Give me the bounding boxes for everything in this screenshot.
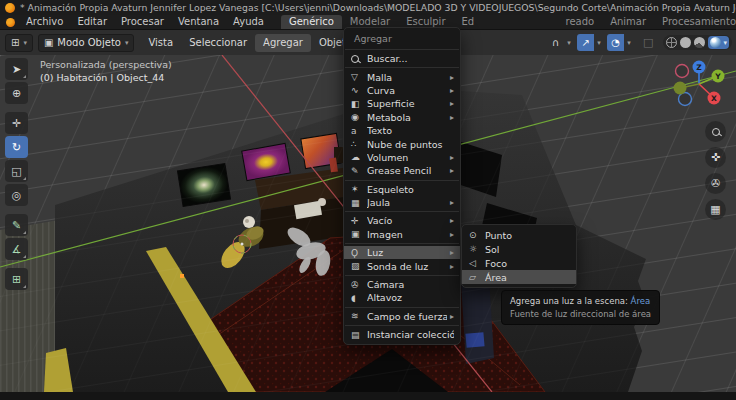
chevron-down-icon: ▾ [125, 39, 129, 47]
menu-item-label: Volumen [367, 152, 447, 163]
menu-item-luz[interactable]: ϘLuz▸ [344, 246, 460, 259]
gizmo-axis-neg[interactable] [674, 82, 687, 95]
menu-ayuda[interactable]: Ayuda [226, 15, 271, 29]
submenu-item-label: Foco [485, 258, 570, 269]
menu-item-metabola[interactable]: ◉Metabola▸ [344, 111, 460, 124]
pan-button[interactable]: ✜ [705, 147, 726, 168]
menu-item-texto[interactable]: aTexto [344, 124, 460, 137]
collection-instance-icon: ▤ [351, 330, 367, 340]
submenu-item-foco[interactable]: ◁Foco [462, 256, 576, 270]
magnifier-icon [712, 128, 720, 136]
menu-item-malla[interactable]: ▽Malla▸ [344, 70, 460, 83]
menu-item-superficie[interactable]: ◧Superficie▸ [344, 97, 460, 110]
menu-separator [345, 325, 459, 326]
pointcloud-icon: ∴ [351, 139, 367, 149]
shading-material-icon[interactable] [694, 37, 705, 48]
rotate-tool[interactable]: ↻ [5, 136, 28, 158]
gizmo-axis-neg[interactable] [676, 65, 689, 78]
submenu-arrow-icon: ▸ [450, 312, 454, 321]
viewport-menu-vista[interactable]: Vista [140, 34, 181, 52]
light-probe-icon: ▨ [351, 261, 367, 271]
tab-procesamiento[interactable]: Procesamiento [654, 15, 736, 29]
submenu-item-rea[interactable]: ▱Área [462, 270, 576, 284]
mode-select-button[interactable]: ▣ Modo Objeto ▾ [38, 34, 135, 52]
menu-archivo[interactable]: Archivo [19, 15, 70, 29]
mode-label: Modo Objeto [57, 37, 121, 48]
armature-icon: ✶ [351, 184, 367, 194]
editor-type-button[interactable]: ⊞ ▾ [5, 34, 33, 52]
viewport-menu-seleccionar[interactable]: Seleccionar [181, 34, 255, 52]
menu-item-grease-pencil[interactable]: ✎Grease Pencil▸ [344, 164, 460, 177]
blender-menu-icon[interactable] [6, 18, 15, 27]
sun-light-icon: ☼ [469, 244, 485, 254]
surface-icon: ◧ [351, 99, 367, 109]
menu-item-nube-de-puntos[interactable]: ∴Nube de puntos [344, 137, 460, 150]
zoom-button[interactable] [705, 121, 726, 142]
shading-rendered-active[interactable]: ▾ [708, 36, 729, 49]
gizmo-toggle-icon[interactable]: □ [643, 36, 653, 49]
select-box-tool[interactable]: ➤ [5, 58, 28, 80]
chevron-down-icon: ▾ [23, 39, 27, 47]
submenu-item-label: Sol [485, 244, 570, 255]
annotate-tool[interactable]: ✎ [5, 214, 28, 236]
move-tool[interactable]: ✛ [5, 112, 28, 134]
chevron-down-icon[interactable]: ▾ [594, 34, 604, 51]
submenu-arrow-icon: ▸ [450, 73, 454, 82]
menu-item-c-mara[interactable]: ✇Cámara [344, 278, 460, 291]
menu-item-label: Metabola [367, 112, 447, 123]
transform-tool[interactable]: ◎ [5, 184, 28, 206]
viewport-menu-agregar[interactable]: Agregar [255, 34, 311, 52]
menu-item-label: Instanciar colección... [367, 329, 454, 340]
ortho-grid-button[interactable]: ▦ [705, 199, 726, 220]
light-submenu: ⊙Punto☼Sol◁Foco▱Área [461, 224, 577, 288]
submenu-arrow-icon: ▸ [450, 99, 454, 108]
menu-item-vac-o[interactable]: ✛Vacío▸ [344, 214, 460, 227]
menu-separator [345, 243, 459, 244]
menu-item-imagen[interactable]: ▣Imagen▸ [344, 228, 460, 241]
menu-item-esqueleto[interactable]: ✶Esqueleto [344, 183, 460, 196]
menu-item-campo-de-fuerza[interactable]: ≋Campo de fuerza▸ [344, 310, 460, 323]
menu-item-instanciar-colecci-n[interactable]: ▤Instanciar colección... [344, 328, 460, 341]
object-mode-icon: ▣ [44, 37, 53, 48]
cursor-tool[interactable]: ⊕ [5, 82, 28, 104]
tab-reado[interactable]: reado [558, 15, 603, 29]
viewport-menus: VistaSeleccionarAgregarObjeto [140, 34, 360, 52]
menu-separator [345, 211, 459, 212]
editor-type-icon: ⊞ [11, 37, 19, 48]
menu-ventana[interactable]: Ventana [171, 15, 226, 29]
menu-item-jaula[interactable]: ▦Jaula▸ [344, 196, 460, 209]
tab-gen-rico[interactable]: Genérico [281, 15, 342, 29]
proportional-falloff-icon[interactable]: ◔ [607, 34, 624, 51]
tab-animar[interactable]: Animar [602, 15, 654, 29]
add-cube-tool[interactable]: ⊞ [5, 268, 28, 290]
menu-item-buscar[interactable]: Buscar... [344, 52, 460, 65]
curve-icon: ∿ [351, 85, 367, 95]
menu-item-label: Texto [367, 125, 454, 136]
menu-item-label: Cámara [367, 279, 454, 290]
tab-ed[interactable]: Ed [454, 15, 558, 29]
snap-target-icon[interactable]: ↗ [577, 34, 594, 51]
scale-tool[interactable]: ◱ [5, 160, 28, 182]
shading-solid-icon[interactable] [680, 37, 691, 48]
menu-item-sonda-de-luz[interactable]: ▨Sonda de luz▸ [344, 259, 460, 272]
submenu-item-sol[interactable]: ☼Sol [462, 242, 576, 256]
menu-item-volumen[interactable]: ☁Volumen▸ [344, 151, 460, 164]
shading-mode-group: ▾ [663, 35, 732, 50]
blender-logo-icon [5, 3, 15, 13]
menu-item-curva[interactable]: ∿Curva▸ [344, 84, 460, 97]
chevron-down-icon[interactable]: ▾ [624, 34, 634, 51]
submenu-item-punto[interactable]: ⊙Punto [462, 228, 576, 242]
menu-item-altavoz[interactable]: ◖Altavoz [344, 291, 460, 304]
camera-view-button[interactable]: ✇ [705, 173, 726, 194]
menu-procesar[interactable]: Procesar [114, 15, 171, 29]
shading-wireframe-icon[interactable] [666, 37, 677, 48]
status-bar [0, 392, 736, 400]
snap-magnet-icon[interactable]: ∩ [547, 34, 564, 51]
title-bar: * Animación Propia Avaturn Jennifer Lope… [0, 0, 736, 15]
svg-text:Z: Z [696, 63, 702, 72]
navigation-gizmo[interactable]: ZYX [668, 55, 732, 117]
menu-editar[interactable]: Editar [70, 15, 114, 29]
measure-tool[interactable]: ∡ [5, 238, 28, 260]
lattice-icon: ▦ [351, 198, 367, 208]
chevron-down-icon[interactable]: ▾ [564, 34, 574, 51]
